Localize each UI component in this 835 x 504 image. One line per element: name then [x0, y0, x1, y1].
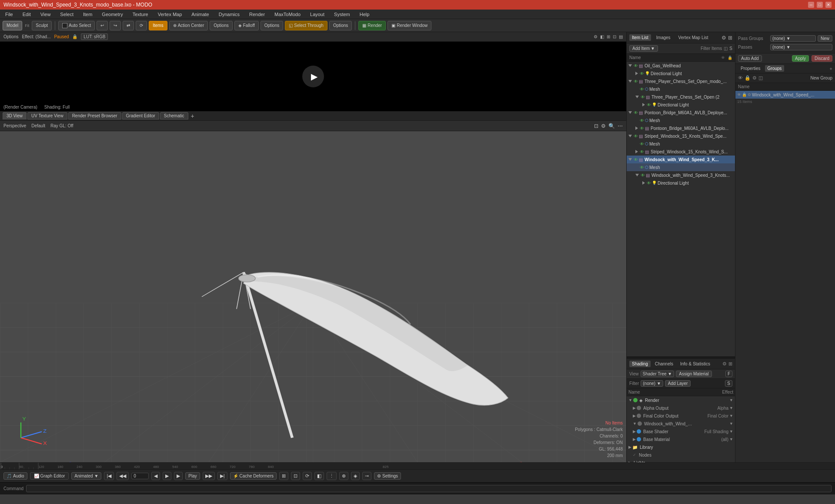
options2-btn[interactable]: Options — [261, 21, 283, 30]
frame-input[interactable] — [131, 473, 149, 479]
item-row[interactable]: 👁 ▤ Pontoon_Bridge_M60A1_AVLB_Deplo... — [627, 124, 735, 132]
tab-gradient-editor[interactable]: Gradient Editor — [122, 112, 159, 119]
group-row-selected[interactable]: 👁 🔒 ⚙ Windsock_with_Wind_Speed_... — [735, 91, 835, 99]
step-back-btn[interactable]: ◀◀ — [117, 472, 129, 480]
effect-dropdown[interactable]: ▼ — [729, 398, 733, 402]
add-layer-btn[interactable]: Add Layer — [665, 380, 691, 387]
viewport-shading-mode[interactable]: Default — [31, 123, 45, 128]
item-row[interactable]: 👁 ▤ Three_Player_Chess_Set_Open_modo_... — [627, 77, 735, 85]
shader-view-select[interactable]: Shader Tree ▼ — [641, 371, 675, 377]
visibility-icon[interactable]: 👁 — [640, 142, 644, 146]
item-row[interactable]: 👁 💡 Directional Light — [627, 101, 735, 109]
vp-icon2[interactable]: ◧ — [600, 34, 604, 39]
groups-icon3[interactable]: ⚙ — [752, 75, 757, 81]
visibility-icon[interactable]: 👁 — [640, 149, 644, 154]
tab-item-list[interactable]: Item List — [629, 34, 651, 41]
groups-icon2[interactable]: 🔒 — [745, 75, 751, 81]
tb-icon2[interactable]: ↪ — [110, 21, 121, 30]
tb-bot1[interactable]: ⊞ — [279, 472, 288, 480]
vp-icon4[interactable]: ⊡ — [613, 34, 616, 39]
shader-row[interactable]: ▼ Windsock_with_Wind_Spe... ▼ — [627, 420, 735, 428]
visibility-icon[interactable]: 👁 — [641, 95, 645, 99]
menu-animate[interactable]: Animate — [190, 11, 210, 18]
options3-btn[interactable]: Options — [329, 21, 352, 30]
frame-input-down[interactable]: ◀ — [151, 472, 160, 480]
tab-properties[interactable]: Properties — [738, 65, 763, 72]
tab-info-statistics[interactable]: Info & Statistics — [678, 361, 713, 367]
visibility-icon[interactable]: 👁 — [641, 173, 645, 178]
visibility-icon[interactable]: 👁 — [640, 126, 644, 131]
shader-s-btn[interactable]: S — [725, 380, 732, 387]
menu-system[interactable]: System — [332, 11, 352, 18]
settings-btn[interactable]: ⚙ Settings — [374, 472, 401, 480]
close-btn[interactable]: ✕ — [825, 2, 832, 8]
prop-add-icon[interactable]: + — [830, 66, 832, 71]
item-row[interactable]: 👁 ⬡ Mesh — [627, 163, 735, 171]
effect-label[interactable]: Effect: (Shad... — [22, 34, 50, 39]
add-tab-btn[interactable]: + — [189, 113, 196, 119]
item-row[interactable]: 👁 💡 Directional Light — [627, 70, 735, 77]
tab-shading[interactable]: Shading — [629, 361, 651, 367]
visibility-icon[interactable]: 👁 — [634, 63, 638, 68]
menu-help[interactable]: Help — [358, 11, 371, 18]
tab-render-preset[interactable]: Render Preset Browser — [68, 112, 121, 119]
passes-select[interactable]: (none) ▼ — [770, 44, 832, 50]
effect-dropdown[interactable]: ▼ — [729, 421, 733, 426]
frame-input-up[interactable]: ▶ — [163, 472, 171, 480]
pass-groups-select[interactable]: (none) ▼ — [770, 35, 816, 42]
action-center-btn[interactable]: ⊕ Action Center — [169, 21, 208, 30]
visibility-icon[interactable]: 👁 — [634, 157, 638, 162]
select-through-btn[interactable]: ◱ Select Through — [285, 21, 327, 30]
vp-icon1[interactable]: ⚙ — [594, 34, 598, 39]
vp-icon3[interactable]: ⊞ — [607, 34, 610, 39]
menu-max-to-modo[interactable]: MaxToModo — [273, 11, 302, 18]
discard-btn[interactable]: Discard — [812, 55, 832, 62]
menu-item[interactable]: Item — [81, 11, 94, 18]
menu-layout[interactable]: Layout — [308, 11, 326, 18]
graph-editor-btn[interactable]: 📈 Graph Editor — [30, 472, 69, 480]
visibility-icon[interactable]: 👁 — [647, 103, 651, 107]
tb-bot3[interactable]: ⟳ — [303, 472, 312, 480]
tab-images[interactable]: Images — [654, 34, 673, 41]
mode-sculpt-btn[interactable]: Sculpt — [32, 21, 52, 30]
viewport-perspective[interactable]: Perspective — [3, 123, 26, 128]
item-row[interactable]: 👁 💡 Directional Light — [627, 179, 735, 187]
menu-vertex-map[interactable]: Vertex Map — [156, 11, 184, 18]
item-row[interactable]: 👁 ▤ Windsock_with_Wind_Speed_3_Knots... — [627, 171, 735, 179]
s-btn[interactable]: S — [729, 46, 732, 51]
menu-file[interactable]: File — [3, 11, 15, 18]
tab-vertex-map-list[interactable]: Vertex Map List — [676, 34, 711, 41]
visibility-icon[interactable]: 👁 — [640, 118, 644, 123]
shader-row[interactable]: ✓ Nodes — [627, 451, 735, 459]
falloff-btn[interactable]: ◈ Falloff — [234, 21, 259, 30]
tb-bot5[interactable]: ⋮ — [327, 472, 337, 480]
auto-add-btn[interactable]: Auto Add — [738, 55, 762, 62]
menu-render[interactable]: Render — [247, 11, 267, 18]
item-row-selected[interactable]: 👁 ▤ Windsock_with_Wind_Speed_3_K... — [627, 156, 735, 163]
maximize-btn[interactable]: □ — [817, 2, 823, 8]
tab-channels[interactable]: Channels — [652, 361, 676, 367]
effect-dropdown[interactable]: ▼ — [729, 406, 733, 410]
viewport-settings-btn[interactable]: ⋯ — [618, 123, 623, 129]
items-btn[interactable]: Items — [149, 21, 167, 30]
groups-icon4[interactable]: ◫ — [758, 75, 763, 81]
item-row[interactable]: 👁 ⬡ Mesh — [627, 116, 735, 124]
menu-texture[interactable]: Texture — [131, 11, 150, 18]
item-row[interactable]: 👁 ⬡ Mesh — [627, 140, 735, 148]
audio-btn[interactable]: 🎵 Audio — [3, 472, 27, 480]
options-label[interactable]: Options — [3, 34, 18, 39]
render-window-btn[interactable]: ▣ Render Window — [387, 21, 431, 30]
menu-select[interactable]: Select — [58, 11, 75, 18]
shader-row[interactable]: ▼ ◈ Render ▼ — [627, 396, 735, 404]
new-btn[interactable]: New — [818, 35, 832, 42]
viewport-maximize-btn[interactable]: ⊡ — [594, 123, 598, 129]
groups-icon1[interactable]: 👁 — [738, 75, 743, 81]
shader-row[interactable]: ▶ Lights — [627, 459, 735, 462]
tb-icon3[interactable]: ⇄ — [123, 21, 134, 30]
go-start-btn[interactable]: |◀ — [104, 472, 114, 480]
tb-bot2[interactable]: ⊡ — [291, 472, 300, 480]
tab-uv-texture[interactable]: UV Texture View — [27, 112, 67, 119]
auto-select-btn[interactable]: Auto Select — [58, 21, 95, 30]
viewport-raygl[interactable]: Ray GL: Off — [50, 123, 73, 128]
shader-row[interactable]: ▶ Alpha Output Alpha ▼ — [627, 404, 735, 412]
